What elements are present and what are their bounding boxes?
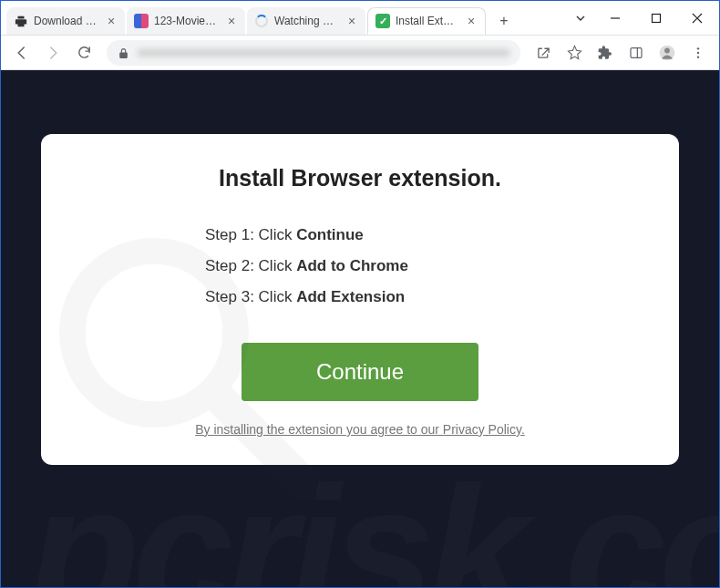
maximize-button[interactable] [635,4,676,33]
tab-title: Watching Guille [274,15,340,27]
movies-icon [134,14,149,28]
shield-icon: ✓ [375,14,390,28]
card-title: Install Browser extension. [87,165,633,191]
step-bold: Continue [296,226,364,243]
svg-point-6 [697,47,699,49]
install-card: Install Browser extension. Step 1: Click… [41,134,679,465]
reload-button[interactable] [70,39,98,67]
tab-download-music[interactable]: Download music × [6,7,125,35]
privacy-policy-link[interactable]: By installing the extension you agree to… [195,422,525,437]
profile-avatar-icon[interactable] [653,39,681,67]
address-bar[interactable] [107,40,520,66]
close-icon[interactable]: × [225,15,238,27]
close-window-button[interactable] [676,4,717,33]
back-button[interactable] [8,39,36,67]
watermark-text: pcrisk.com [1,459,719,588]
step-3: Step 3: Click Add Extension [205,288,515,306]
share-icon[interactable] [530,39,557,67]
toolbar [1,36,719,70]
step-prefix: Step 1: Click [205,226,296,243]
minimize-button[interactable] [594,4,635,33]
address-text-blurred [138,49,509,57]
extensions-puzzle-icon[interactable] [591,39,619,67]
svg-rect-2 [631,47,642,57]
forward-button[interactable] [39,39,67,67]
tab-123movies[interactable]: 123-Movies.com × [127,7,245,35]
new-tab-button[interactable]: + [491,8,517,34]
side-panel-icon[interactable] [622,39,650,67]
printer-icon [14,14,28,28]
step-1: Step 1: Click Continue [205,226,515,244]
tab-list-caret-icon[interactable] [567,14,594,23]
svg-point-7 [697,51,699,53]
tab-install-extension[interactable]: ✓ Install Extension × [367,7,486,35]
close-icon[interactable]: × [105,15,118,27]
close-icon[interactable]: × [345,15,358,27]
step-bold: Add Extension [296,288,405,305]
tab-strip: Download music × 123-Movies.com × Watchi… [1,1,567,35]
title-bar: Download music × 123-Movies.com × Watchi… [1,1,719,36]
step-prefix: Step 2: Click [205,257,296,274]
page-content: Install Browser extension. Step 1: Click… [1,70,719,587]
svg-point-5 [664,47,670,53]
loading-spinner-icon [254,14,269,28]
window-controls [567,1,719,35]
bookmark-star-icon[interactable] [561,39,588,67]
svg-rect-1 [652,14,660,22]
tab-watching[interactable]: Watching Guille × [247,7,365,35]
step-prefix: Step 3: Click [205,288,296,305]
step-bold: Add to Chrome [296,257,408,274]
tab-title: Install Extension [396,15,459,27]
menu-dots-icon[interactable] [684,39,712,67]
browser-window: Download music × 123-Movies.com × Watchi… [0,0,720,588]
close-icon[interactable]: × [465,15,478,27]
svg-point-8 [697,56,699,57]
step-2: Step 2: Click Add to Chrome [205,257,515,275]
continue-button[interactable]: Continue [242,343,478,401]
steps-list: Step 1: Click Continue Step 2: Click Add… [205,226,515,306]
tab-title: 123-Movies.com [154,15,220,27]
lock-icon [118,46,130,59]
tab-title: Download music [34,15,99,27]
